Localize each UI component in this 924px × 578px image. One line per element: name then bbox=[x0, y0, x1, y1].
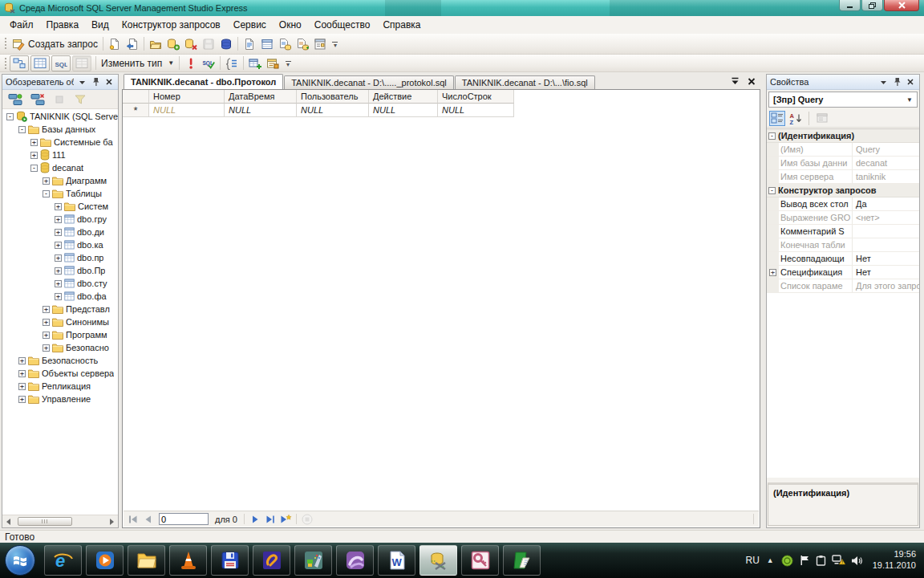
tray-network-warning-icon[interactable]: ! bbox=[832, 555, 845, 566]
tree-expander-plus[interactable]: + bbox=[55, 203, 62, 210]
tree-expander-plus[interactable]: + bbox=[43, 177, 50, 185]
record-position-input[interactable] bbox=[159, 513, 209, 525]
property-row-9[interactable]: НесовпадающиНет bbox=[767, 252, 919, 266]
tree-expander-plus[interactable]: + bbox=[18, 357, 26, 364]
window-position-button[interactable] bbox=[76, 76, 87, 88]
toolbar-overflow-button[interactable]: ▾ bbox=[330, 36, 340, 52]
categorized-button[interactable] bbox=[769, 111, 785, 126]
open-file-button[interactable] bbox=[124, 35, 141, 53]
script-database-button[interactable] bbox=[276, 35, 294, 53]
close-panel-button[interactable] bbox=[905, 76, 916, 88]
results-pane-button[interactable] bbox=[72, 55, 91, 71]
filter-button[interactable] bbox=[71, 91, 89, 108]
tray-antivirus-icon[interactable] bbox=[781, 555, 793, 567]
property-row-8[interactable]: Конечная табли bbox=[767, 238, 919, 252]
tree-item-4[interactable]: -decanat bbox=[2, 161, 118, 174]
taskbar-button-graphics-app[interactable] bbox=[294, 545, 332, 576]
category-expander[interactable]: - bbox=[768, 132, 776, 140]
property-value[interactable]: Query bbox=[853, 144, 919, 154]
column-header-1[interactable]: ДатаВремя bbox=[225, 90, 297, 104]
next-record-button[interactable] bbox=[248, 512, 262, 527]
add-table-button[interactable] bbox=[246, 55, 264, 72]
tree-item-19[interactable]: +Безопасность bbox=[2, 354, 118, 367]
new-query-button[interactable]: Создать запрос bbox=[10, 35, 100, 53]
tab-0[interactable]: TANIKNIK.decanat - dbo.Протокол bbox=[124, 74, 283, 89]
execute-button[interactable] bbox=[182, 55, 200, 72]
sql-pane-button[interactable]: SQL bbox=[51, 55, 71, 71]
toolbar-overflow-button[interactable]: ▾ bbox=[283, 55, 293, 71]
tray-action-center-flag-icon[interactable] bbox=[799, 555, 810, 566]
maximize-button[interactable] bbox=[861, 0, 883, 11]
menu-item-5[interactable]: Окно bbox=[273, 17, 308, 33]
grid-cell[interactable]: NULL bbox=[369, 104, 438, 117]
taskbar-button-internet-explorer[interactable]: e bbox=[44, 545, 82, 576]
property-row-1[interactable]: (Имя)Query bbox=[767, 143, 919, 157]
property-row-7[interactable]: Комментарий S bbox=[767, 225, 919, 238]
scroll-left-button[interactable] bbox=[2, 515, 14, 527]
tree-item-18[interactable]: +Безопасно bbox=[2, 341, 118, 354]
column-header-4[interactable]: ЧислоСтрок bbox=[438, 90, 514, 104]
property-value[interactable]: Нет bbox=[853, 254, 919, 263]
property-value[interactable]: taniknik bbox=[853, 172, 919, 181]
last-record-button[interactable] bbox=[263, 512, 278, 527]
show-hidden-icons-button[interactable]: ▲ bbox=[767, 556, 774, 564]
tab-2[interactable]: TANIKNIK.decanat - D:\...\fio.sql bbox=[455, 75, 595, 89]
minimize-button[interactable] bbox=[839, 0, 861, 11]
tree-expander-plus[interactable]: + bbox=[55, 267, 62, 275]
tree-item-14[interactable]: +dbo.фа bbox=[2, 290, 118, 303]
properties-window-button[interactable] bbox=[311, 35, 329, 53]
taskbar-button-floppy-app[interactable] bbox=[211, 545, 249, 576]
verify-sql-button[interactable]: SQL bbox=[200, 55, 217, 72]
language-indicator[interactable]: RU bbox=[745, 555, 759, 566]
toolbar-grip[interactable] bbox=[4, 57, 7, 69]
taskbar-button-word[interactable]: W bbox=[378, 545, 415, 576]
add-group-by-button[interactable] bbox=[264, 55, 282, 72]
menu-item-7[interactable]: Справка bbox=[376, 17, 427, 33]
tree-expander-plus[interactable]: + bbox=[55, 293, 62, 300]
property-row-10[interactable]: +СпецификацияНет bbox=[767, 266, 919, 279]
active-files-menu-button[interactable] bbox=[729, 75, 740, 87]
script-database-2-button[interactable] bbox=[294, 35, 311, 53]
column-header-0[interactable]: Номер bbox=[149, 90, 225, 104]
menu-item-6[interactable]: Сообщество bbox=[308, 17, 377, 33]
property-category-4[interactable]: -Конструктор запросов bbox=[767, 184, 919, 197]
tree-expander-plus[interactable]: + bbox=[55, 254, 62, 262]
property-row-6[interactable]: Выражение GRO<нет> bbox=[767, 211, 919, 225]
stop-retrieval-button[interactable] bbox=[300, 512, 314, 527]
auto-hide-pin-button[interactable] bbox=[891, 76, 902, 88]
tree-expander-plus[interactable]: + bbox=[55, 242, 62, 249]
save-button[interactable] bbox=[200, 35, 217, 53]
tree-expander-plus[interactable]: + bbox=[43, 344, 50, 352]
taskbar-button-vlc[interactable] bbox=[169, 545, 207, 576]
property-row-5[interactable]: Вывод всех столДа bbox=[767, 197, 919, 211]
tree-expander-plus[interactable]: + bbox=[18, 383, 26, 390]
details-view-button[interactable] bbox=[258, 35, 276, 53]
change-type-button[interactable]: Изменить тип ▼ bbox=[99, 55, 176, 72]
group-by-button[interactable] bbox=[223, 55, 241, 72]
close-button[interactable] bbox=[884, 0, 919, 11]
property-row-11[interactable]: Список парамеДля этого запроса п bbox=[767, 279, 919, 293]
taskbar-clock[interactable]: 19:56 19.11.2010 bbox=[873, 549, 916, 572]
property-category-0[interactable]: -(Идентификация) bbox=[767, 129, 919, 143]
window-position-button[interactable] bbox=[877, 76, 889, 88]
taskbar-button-access[interactable] bbox=[461, 545, 499, 576]
taskbar-button-swirl-app[interactable] bbox=[336, 545, 374, 576]
taskbar-button-ssms[interactable] bbox=[419, 545, 457, 576]
new-file-button[interactable] bbox=[106, 35, 124, 53]
tree-expander-plus[interactable]: + bbox=[43, 306, 50, 313]
tree-item-11[interactable]: +dbo.пр bbox=[2, 251, 118, 264]
taskbar-button-notepad-app[interactable] bbox=[503, 545, 541, 576]
tree-expander-minus[interactable]: - bbox=[30, 165, 38, 172]
property-value[interactable]: Для этого запроса п bbox=[853, 281, 919, 291]
tree-expander-plus[interactable]: + bbox=[55, 280, 62, 287]
tree-expander-plus[interactable]: + bbox=[43, 319, 50, 326]
stop-button[interactable] bbox=[51, 91, 68, 108]
tray-clipboard-icon[interactable] bbox=[816, 555, 826, 566]
menu-item-4[interactable]: Сервис bbox=[227, 17, 273, 33]
category-expander[interactable]: - bbox=[768, 187, 776, 194]
tree-item-22[interactable]: +Управление bbox=[2, 393, 118, 405]
tree-expander-minus[interactable]: - bbox=[43, 190, 50, 197]
grid-cell[interactable]: NULL bbox=[225, 104, 297, 117]
grid-pane-button[interactable] bbox=[30, 55, 50, 71]
tree-expander-plus[interactable]: + bbox=[30, 139, 38, 146]
